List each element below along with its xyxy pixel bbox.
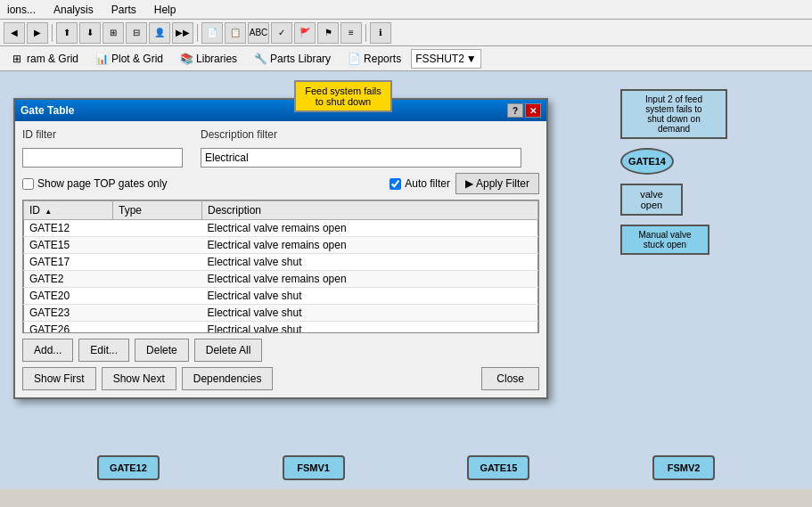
show-next-button[interactable]: Show Next xyxy=(102,367,176,390)
id-filter-label: ID filter xyxy=(22,128,201,141)
menu-item-analysis[interactable]: Analysis xyxy=(50,2,97,18)
right-diagram: Input 2 of feedsystem fails toshut down … xyxy=(620,89,799,264)
nav-plot-grid[interactable]: 📊 Plot & Grid xyxy=(88,49,169,69)
cell-id: GATE17 xyxy=(24,254,113,271)
menu-item-parts[interactable]: Parts xyxy=(108,2,140,18)
diagram-grid-icon: ⊞ xyxy=(10,52,24,66)
cell-id: GATE20 xyxy=(24,288,113,305)
nav-bar: ⊞ ram & Grid 📊 Plot & Grid 📚 Libraries 🔧… xyxy=(0,46,812,71)
plot-grid-icon: 📊 xyxy=(94,52,109,66)
toolbar-person[interactable]: 👤 xyxy=(149,22,170,44)
filter-inputs-row xyxy=(22,148,539,168)
id-filter-input[interactable] xyxy=(22,148,183,168)
bottom-nodes: GATE12 FSMV1 GATE15 FSMV2 xyxy=(0,455,812,480)
cell-description: Electrical valve remains open xyxy=(202,220,538,237)
toolbar-check[interactable]: ✓ xyxy=(271,22,292,44)
toolbar-sep-1 xyxy=(52,24,53,42)
cell-description: Electrical valve shut xyxy=(202,254,538,271)
toolbar-abc[interactable]: ABC xyxy=(248,22,269,44)
table-row[interactable]: GATE23Electrical valve shut xyxy=(24,305,538,322)
apply-filter-btn[interactable]: ▶ Apply Filter xyxy=(455,173,539,194)
bottom-row: Show First Show Next Dependencies Close xyxy=(22,367,539,390)
cell-description: Electrical valve remains open xyxy=(202,237,538,254)
toolbar-doc[interactable]: 📄 xyxy=(201,22,223,44)
libraries-icon: 📚 xyxy=(179,52,193,66)
gate-table: ID ▲ Type Description GATE12Elec xyxy=(23,200,538,333)
table-body: GATE12Electrical valve remains openGATE1… xyxy=(24,220,538,334)
table-row[interactable]: GATE12Electrical valve remains open xyxy=(24,220,538,237)
dialog-body: ID filter Description filter Sh xyxy=(15,121,546,397)
show-first-button[interactable]: Show First xyxy=(22,367,96,390)
delete-all-button[interactable]: Delete All xyxy=(194,339,263,362)
toolbar-flag2[interactable]: ⚑ xyxy=(317,22,339,44)
cell-description: Electrical valve shut xyxy=(202,305,538,322)
toolbar-up[interactable]: ⬆ xyxy=(56,22,78,44)
filter-buttons: Auto filter ▶ Apply Filter xyxy=(390,173,539,194)
menu-item-help[interactable]: Help xyxy=(151,2,180,18)
fsmv2-node: FSMV2 xyxy=(652,455,715,480)
col-id[interactable]: ID ▲ xyxy=(24,201,113,220)
table-row[interactable]: GATE20Electrical valve shut xyxy=(24,288,538,305)
parts-library-icon: 🔧 xyxy=(253,52,267,66)
nav-parts-library[interactable]: 🔧 Parts Library xyxy=(247,49,337,69)
reports-icon: 📄 xyxy=(347,52,361,66)
cell-type xyxy=(113,220,202,237)
menu-bar: ions... Analysis Parts Help xyxy=(0,0,812,20)
close-dialog-button[interactable]: Close xyxy=(481,367,539,390)
auto-filter-label[interactable]: Auto filter xyxy=(390,177,450,190)
feed-system-box: Feed system fails to shut down xyxy=(294,80,392,112)
fsmv1-node: FSMV1 xyxy=(283,455,345,480)
cell-id: GATE2 xyxy=(24,271,113,288)
toolbar-grid[interactable]: ⊞ xyxy=(103,22,124,44)
toolbar-eq[interactable]: ≡ xyxy=(340,22,362,44)
toolbar-flag[interactable]: 🚩 xyxy=(294,22,316,44)
toolbar-run[interactable]: ▶▶ xyxy=(172,22,193,44)
cell-type xyxy=(113,254,202,271)
dialog-help-btn[interactable]: ? xyxy=(507,103,523,118)
table-row[interactable]: GATE17Electrical valve shut xyxy=(24,254,538,271)
gate-table-container[interactable]: ID ▲ Type Description GATE12Elec xyxy=(22,200,539,333)
add-button[interactable]: Add... xyxy=(22,339,73,362)
apply-filter-icon: ▶ xyxy=(465,177,473,190)
toolbar-down[interactable]: ⬇ xyxy=(79,22,101,44)
cell-description: Electrical valve remains open xyxy=(202,271,538,288)
dropdown-arrow-icon: ▼ xyxy=(466,53,477,65)
dependencies-button[interactable]: Dependencies xyxy=(182,367,274,390)
gate14-node: GATE14 xyxy=(620,148,674,175)
filter-options-row: Show page TOP gates only Auto filter ▶ A… xyxy=(22,173,539,194)
show-page-top-checkbox[interactable] xyxy=(22,178,34,190)
toolbar-info[interactable]: ℹ xyxy=(370,22,391,44)
filter-labels-row: ID filter Description filter xyxy=(22,128,539,143)
toolbar: ◀ ▶ ⬆ ⬇ ⊞ ⊟ 👤 ▶▶ 📄 📋 ABC ✓ 🚩 ⚑ ≡ ℹ xyxy=(0,20,812,46)
menu-item-ions[interactable]: ions... xyxy=(4,2,39,18)
nav-dropdown[interactable]: FSSHUT2 ▼ xyxy=(411,49,481,69)
dialog-close-title-btn[interactable]: ✕ xyxy=(525,103,541,118)
edit-button[interactable]: Edit... xyxy=(78,339,129,362)
toolbar-table[interactable]: ⊟ xyxy=(126,22,147,44)
nav-diagram-grid[interactable]: ⊞ ram & Grid xyxy=(4,49,85,69)
nav-reports[interactable]: 📄 Reports xyxy=(340,49,407,69)
desc-filter-input-col xyxy=(201,148,539,168)
col-type[interactable]: Type xyxy=(113,201,202,220)
cell-id: GATE12 xyxy=(24,220,113,237)
gate12-node: GATE12 xyxy=(97,455,160,480)
nav-libraries[interactable]: 📚 Libraries xyxy=(173,49,243,69)
table-row[interactable]: GATE15Electrical valve remains open xyxy=(24,237,538,254)
input-2-box: Input 2 of feedsystem fails toshut down … xyxy=(620,89,727,139)
toolbar-sep-3 xyxy=(365,24,366,42)
delete-button[interactable]: Delete xyxy=(135,339,189,362)
table-row[interactable]: GATE2Electrical valve remains open xyxy=(24,271,538,288)
valve-box: valveopen xyxy=(620,184,683,216)
desc-filter-input[interactable] xyxy=(201,148,521,168)
table-row[interactable]: GATE26Electrical valve shut xyxy=(24,322,538,334)
main-content: Feed system fails to shut down Input 2 o… xyxy=(0,71,812,489)
dialog-title-buttons: ? ✕ xyxy=(507,103,541,118)
cell-type xyxy=(113,237,202,254)
dialog-titlebar: Gate Table ? ✕ xyxy=(15,100,546,121)
toolbar-forward[interactable]: ▶ xyxy=(27,22,48,44)
show-page-top-label[interactable]: Show page TOP gates only xyxy=(22,177,167,190)
toolbar-back[interactable]: ◀ xyxy=(4,22,25,44)
toolbar-doc2[interactable]: 📋 xyxy=(225,22,246,44)
col-description[interactable]: Description xyxy=(202,201,538,220)
auto-filter-checkbox[interactable] xyxy=(390,178,401,190)
